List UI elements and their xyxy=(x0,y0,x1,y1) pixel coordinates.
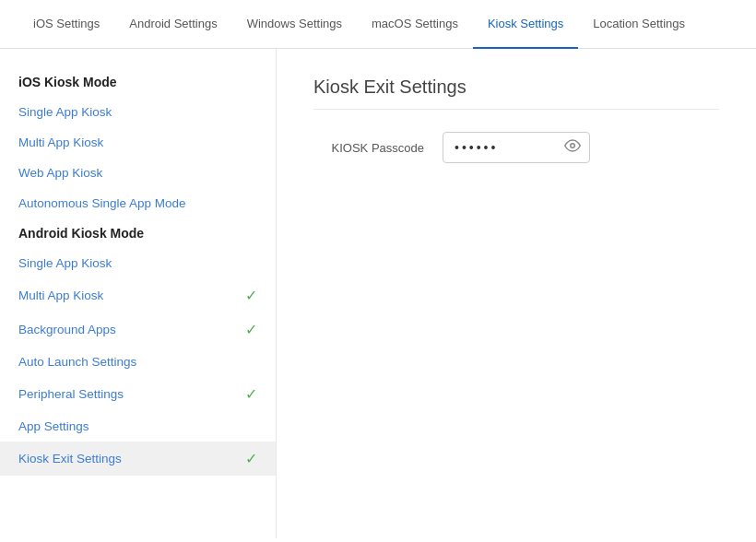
sidebar-section-title: Android Kiosk Mode xyxy=(0,218,276,248)
sidebar-item-label: Web App Kiosk xyxy=(18,166,102,180)
svg-point-0 xyxy=(571,144,575,148)
sidebar-item-single-app-kiosk[interactable]: Single App Kiosk xyxy=(0,248,276,278)
passcode-label: KIOSK Passcode xyxy=(313,141,443,155)
sidebar-item-label: Background Apps xyxy=(18,323,116,336)
check-icon: ✓ xyxy=(245,321,257,338)
sidebar-item-auto-launch-settings[interactable]: Auto Launch Settings xyxy=(0,347,276,377)
sidebar-item-label: Single App Kiosk xyxy=(18,105,112,119)
check-icon: ✓ xyxy=(245,450,257,467)
sidebar-item-multi-app-kiosk[interactable]: Multi App Kiosk xyxy=(0,127,276,158)
passcode-input-wrapper xyxy=(443,132,590,163)
nav-tab-kiosk-settings[interactable]: Kiosk Settings xyxy=(473,0,578,49)
check-icon: ✓ xyxy=(245,287,257,304)
main-layout: iOS Kiosk ModeSingle App KioskMulti App … xyxy=(0,49,756,538)
sidebar-item-label: Multi App Kiosk xyxy=(18,289,103,302)
nav-tab-macos-settings[interactable]: macOS Settings xyxy=(357,0,473,49)
sidebar-item-peripheral-settings[interactable]: Peripheral Settings✓ xyxy=(0,377,276,411)
sidebar-item-kiosk-exit-settings[interactable]: Kiosk Exit Settings✓ xyxy=(0,442,276,476)
sidebar-item-label: Autonomous Single App Mode xyxy=(18,196,186,210)
sidebar-item-label: App Settings xyxy=(18,419,89,433)
show-password-icon[interactable] xyxy=(564,137,581,158)
content-area: Kiosk Exit Settings KIOSK Passcode xyxy=(277,49,756,538)
check-icon: ✓ xyxy=(245,385,257,403)
sidebar-item-autonomous-single-app-mode[interactable]: Autonomous Single App Mode xyxy=(0,188,276,218)
nav-tab-android-settings[interactable]: Android Settings xyxy=(114,0,231,49)
sidebar-item-background-apps[interactable]: Background Apps✓ xyxy=(0,312,276,347)
sidebar-item-multi-app-kiosk[interactable]: Multi App Kiosk✓ xyxy=(0,278,276,312)
sidebar-item-web-app-kiosk[interactable]: Web App Kiosk xyxy=(0,158,276,188)
sidebar-item-label: Single App Kiosk xyxy=(18,256,112,270)
sidebar-section-title: iOS Kiosk Mode xyxy=(0,67,276,97)
sidebar-item-app-settings[interactable]: App Settings xyxy=(0,411,276,442)
sidebar-item-label: Kiosk Exit Settings xyxy=(18,452,122,465)
sidebar-item-label: Multi App Kiosk xyxy=(18,136,103,149)
nav-tab-ios-settings[interactable]: iOS Settings xyxy=(18,0,114,49)
nav-tab-windows-settings[interactable]: Windows Settings xyxy=(232,0,357,49)
passcode-form-row: KIOSK Passcode xyxy=(313,132,719,163)
sidebar-item-label: Auto Launch Settings xyxy=(18,355,136,369)
content-title: Kiosk Exit Settings xyxy=(313,77,719,110)
sidebar: iOS Kiosk ModeSingle App KioskMulti App … xyxy=(0,49,277,538)
nav-tab-location-settings[interactable]: Location Settings xyxy=(578,0,700,49)
sidebar-item-label: Peripheral Settings xyxy=(18,387,124,401)
sidebar-item-single-app-kiosk[interactable]: Single App Kiosk xyxy=(0,97,276,127)
top-nav: iOS SettingsAndroid SettingsWindows Sett… xyxy=(0,0,756,49)
